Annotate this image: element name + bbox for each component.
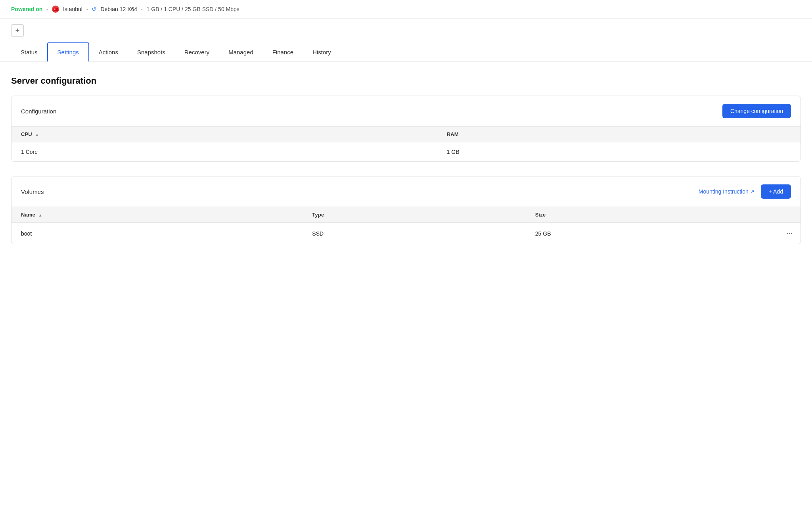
external-link-icon: ↗ [750, 189, 755, 195]
add-volume-button[interactable]: + Add [761, 184, 791, 199]
tab-history[interactable]: History [303, 43, 341, 61]
tab-finance[interactable]: Finance [263, 43, 303, 61]
page-title: Server configuration [11, 76, 801, 86]
dot-separator-2: • [86, 7, 88, 12]
volumes-table-header-row: Name ▲ Type Size [11, 207, 801, 223]
configuration-table: CPU ▲ RAM 1 Core 1 GB [11, 127, 801, 161]
volume-name: boot [11, 223, 303, 244]
cpu-sort-icon: ▲ [35, 132, 39, 137]
main-content: Server configuration Configuration Chang… [0, 61, 812, 273]
tab-recovery[interactable]: Recovery [175, 43, 219, 61]
configuration-table-header-row: CPU ▲ RAM [11, 127, 801, 142]
mounting-instruction-link[interactable]: Mounting Instruction ↗ [699, 188, 755, 195]
table-row: 1 Core 1 GB [11, 142, 801, 162]
mounting-instruction-label: Mounting Instruction [699, 188, 749, 195]
configuration-card-header: Configuration Change configuration [11, 96, 801, 127]
location-label: Istanbul [63, 6, 82, 12]
cpu-value: 1 Core [11, 142, 437, 162]
add-icon-button[interactable]: + [11, 24, 24, 37]
volume-type: SSD [303, 223, 525, 244]
os-label: Debian 12 X64 [100, 6, 137, 12]
os-icon: ↺ [92, 6, 96, 12]
table-row: boot SSD 25 GB ··· [11, 223, 801, 244]
volume-size: 25 GB [526, 223, 777, 244]
volumes-card: Volumes Mounting Instruction ↗ + Add Nam… [11, 176, 801, 244]
volumes-table: Name ▲ Type Size boot SSD 25 GB ··· [11, 207, 801, 244]
location-flag-icon: 🇹🇷 [52, 6, 59, 13]
tab-settings[interactable]: Settings [47, 42, 89, 61]
volumes-header-label: Volumes [21, 188, 44, 195]
change-configuration-button[interactable]: Change configuration [722, 104, 791, 118]
cpu-column-header: CPU ▲ [11, 127, 437, 142]
ram-column-header: RAM [437, 127, 801, 142]
dot-separator-3: • [141, 7, 143, 12]
dot-separator-1: • [46, 7, 48, 12]
tab-managed[interactable]: Managed [219, 43, 263, 61]
ram-value: 1 GB [437, 142, 801, 162]
tab-status[interactable]: Status [11, 43, 47, 61]
tabs-nav: Status Settings Actions Snapshots Recove… [0, 42, 812, 61]
size-column-header: Size [526, 207, 777, 223]
configuration-card: Configuration Change configuration CPU ▲… [11, 96, 801, 162]
name-sort-icon: ▲ [38, 213, 42, 217]
server-specs: 1 GB / 1 CPU / 25 GB SSD / 50 Mbps [147, 6, 239, 12]
volumes-card-header: Volumes Mounting Instruction ↗ + Add [11, 176, 801, 207]
configuration-header-label: Configuration [21, 108, 56, 115]
tab-actions[interactable]: Actions [89, 43, 128, 61]
top-bar: Powered on • 🇹🇷 Istanbul • ↺ Debian 12 X… [0, 0, 812, 19]
status-badge: Powered on [11, 6, 42, 12]
type-column-header: Type [303, 207, 525, 223]
volumes-header-actions: Mounting Instruction ↗ + Add [699, 184, 791, 199]
actions-column-header [777, 207, 801, 223]
volume-more-actions[interactable]: ··· [777, 223, 801, 244]
add-btn-row: + [0, 19, 812, 42]
more-options-icon[interactable]: ··· [787, 229, 793, 237]
tab-snapshots[interactable]: Snapshots [128, 43, 175, 61]
name-column-header: Name ▲ [11, 207, 303, 223]
